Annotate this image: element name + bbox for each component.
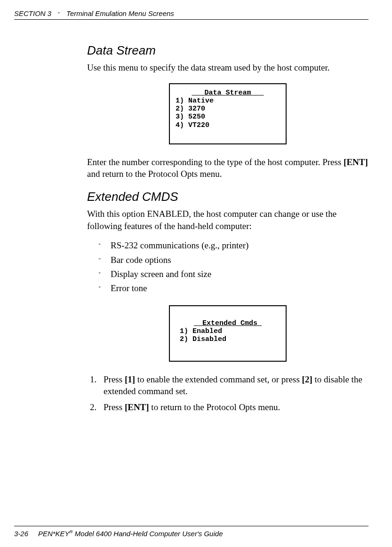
list-item: RS-232 communications (e.g., printer) bbox=[99, 238, 368, 253]
terminal-line: 3) 5250 bbox=[176, 113, 280, 121]
intro-data-stream: Use this menu to specify the data stream… bbox=[87, 62, 368, 74]
outro-data-stream: Enter the number corresponding to the ty… bbox=[87, 156, 368, 180]
header-title: Terminal Emulation Menu Screens bbox=[66, 9, 174, 17]
key-ent: [ENT] bbox=[125, 402, 149, 412]
footer-rest: Model 6400 Hand-Held Computer User's Gui… bbox=[73, 530, 223, 538]
main-content: Data Stream Use this menu to specify the… bbox=[87, 43, 368, 413]
outro-text-b: and return to the Protocol Opts menu. bbox=[87, 169, 222, 179]
terminal-line: 1) Native bbox=[176, 97, 280, 105]
list-item: Error tone bbox=[99, 281, 368, 295]
step-text: Press bbox=[104, 374, 125, 384]
terminal-line: 2) Disabled bbox=[176, 335, 280, 343]
header-bullet: " bbox=[53, 12, 64, 17]
heading-data-stream: Data Stream bbox=[87, 43, 368, 58]
section-number: SECTION 3 bbox=[14, 9, 51, 17]
key-1: [1] bbox=[125, 374, 135, 384]
intro-extended-cmds: With this option ENABLED, the host compu… bbox=[87, 208, 368, 232]
key-ent: [ENT] bbox=[344, 157, 368, 167]
step-item: Press [ENT] to return to the Protocol Op… bbox=[99, 401, 368, 413]
steps-list: Press [1] to enable the extended command… bbox=[99, 373, 368, 413]
page-number: 3-26 bbox=[14, 530, 28, 538]
step-text: to return to the Protocol Opts menu. bbox=[149, 402, 280, 412]
terminal-extended-cmds: Extended Cmds 1) Enabled 2) Disabled bbox=[169, 305, 287, 362]
page-container: SECTION 3 " Terminal Emulation Menu Scre… bbox=[0, 0, 392, 547]
outro-text-a: Enter the number corresponding to the ty… bbox=[87, 157, 344, 167]
terminal-line: 1) Enabled bbox=[176, 327, 280, 335]
step-text: Press bbox=[104, 402, 125, 412]
terminal-line: 4) VT220 bbox=[176, 121, 280, 129]
brand-sup: R bbox=[70, 529, 73, 534]
terminal-title: Extended Cmds bbox=[176, 319, 280, 327]
step-text: to enable the extended command set, or p… bbox=[135, 374, 302, 384]
list-item: Bar code options bbox=[99, 253, 368, 267]
list-item: Display screen and font size bbox=[99, 267, 368, 281]
step-item: Press [1] to enable the extended command… bbox=[99, 373, 368, 397]
page-header: SECTION 3 " Terminal Emulation Menu Scre… bbox=[14, 9, 368, 20]
brand-name: PEN*KEY bbox=[38, 530, 70, 538]
terminal-title: Data Stream bbox=[176, 89, 280, 97]
terminal-data-stream: Data Stream 1) Native 2) 3270 3) 5250 4)… bbox=[169, 83, 287, 144]
terminal-line: 2) 3270 bbox=[176, 105, 280, 113]
heading-extended-cmds: Extended CMDS bbox=[87, 190, 368, 204]
key-2: [2] bbox=[302, 374, 312, 384]
page-footer: 3-26 PEN*KEYR Model 6400 Hand-Held Compu… bbox=[14, 526, 368, 538]
feature-list: RS-232 communications (e.g., printer) Ba… bbox=[99, 238, 368, 296]
